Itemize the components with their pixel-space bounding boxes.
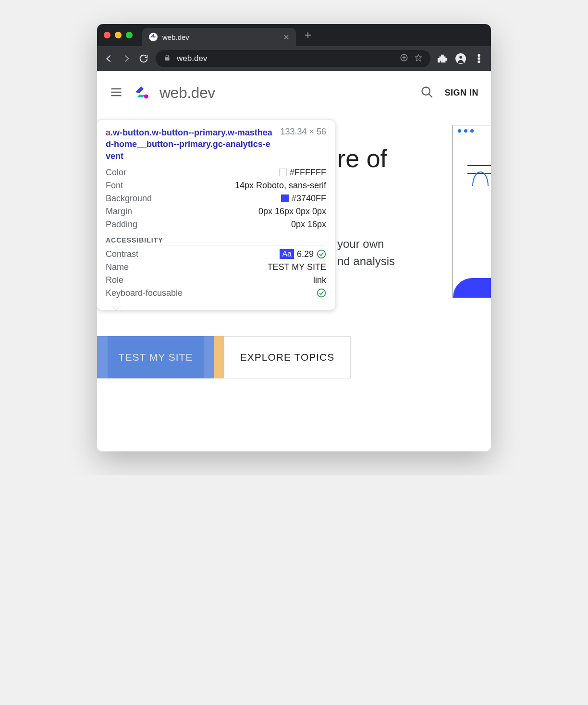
favicon-icon <box>149 33 158 41</box>
explore-topics-button[interactable]: EXPLORE TOPICS <box>224 336 351 378</box>
hero-illustration <box>453 125 491 298</box>
tooltip-role-value: link <box>313 275 326 285</box>
tooltip-font-label: Font <box>106 181 123 191</box>
tooltip-font-value: 14px Roboto, sans-serif <box>235 181 326 191</box>
logo-text: web.dev <box>159 84 215 102</box>
tooltip-padding-value: 0px 16px <box>291 219 326 230</box>
tooltip-contrast-value: 6.29 <box>297 249 314 259</box>
tooltip-dimensions: 133.34 × 56 <box>280 127 326 162</box>
tooltip-margin-label: Margin <box>106 207 132 217</box>
site-logo[interactable]: web.dev <box>134 82 215 104</box>
signin-button[interactable]: SIGN IN <box>444 88 478 98</box>
svg-point-5 <box>478 58 480 60</box>
inspected-button-overlay: TEST MY SITE <box>97 336 214 378</box>
forward-button[interactable] <box>121 53 132 64</box>
devtools-inspect-tooltip: a.w-button.w-button--primary.w-masthead-… <box>97 120 335 310</box>
tooltip-keyboard-label: Keyboard-focusable <box>106 288 183 298</box>
install-icon[interactable] <box>400 53 408 64</box>
primary-button-label: TEST MY SITE <box>119 352 193 363</box>
secondary-button-label: EXPLORE TOPICS <box>240 352 334 363</box>
tooltip-color-value: #FFFFFF <box>290 168 326 178</box>
reload-button[interactable] <box>138 53 149 64</box>
star-icon[interactable] <box>414 53 423 64</box>
check-icon <box>317 249 326 259</box>
close-window-button[interactable] <box>104 32 110 38</box>
tooltip-a11y-heading: ACCESSIBILITY <box>106 236 326 245</box>
search-button[interactable] <box>420 85 434 101</box>
new-tab-button[interactable]: + <box>305 28 311 42</box>
hero-sub-line1: your own <box>337 235 472 253</box>
logo-icon <box>134 82 154 104</box>
tooltip-name-label: Name <box>106 262 129 272</box>
site-header: web.dev SIGN IN <box>97 71 491 115</box>
svg-point-10 <box>318 289 326 297</box>
tooltip-padding-label: Padding <box>106 219 137 230</box>
svg-point-6 <box>478 61 480 63</box>
toolbar-right <box>437 53 484 64</box>
svg-point-3 <box>459 56 462 59</box>
address-bar[interactable]: web.dev <box>156 50 430 67</box>
url-text: web.dev <box>177 54 394 63</box>
lock-icon <box>163 54 171 63</box>
tooltip-bg-value: #3740FF <box>292 194 326 204</box>
svg-rect-0 <box>165 57 169 61</box>
page-content: re of your own nd analysis a.w-button.w-… <box>97 115 491 451</box>
check-icon <box>317 288 326 298</box>
tab-title: web.dev <box>162 33 279 41</box>
tooltip-role-label: Role <box>106 275 123 285</box>
svg-point-9 <box>318 250 326 258</box>
hero-text: re of your own nd analysis <box>337 144 472 270</box>
menu-icon[interactable] <box>474 53 484 64</box>
contrast-badge: Aa <box>280 249 294 259</box>
svg-point-7 <box>144 94 148 98</box>
hamburger-menu-button[interactable] <box>110 85 123 101</box>
tooltip-name-value: TEST MY SITE <box>268 262 326 272</box>
color-swatch-icon <box>279 169 287 176</box>
svg-point-4 <box>478 55 480 57</box>
cta-buttons: TEST MY SITE EXPLORE TOPICS <box>97 336 351 378</box>
test-my-site-button[interactable]: TEST MY SITE <box>97 336 214 378</box>
margin-overlay <box>214 336 224 378</box>
tooltip-classes: .w-button.w-button--primary.w-masthead-h… <box>106 128 272 161</box>
browser-tab[interactable]: web.dev × <box>142 28 296 46</box>
svg-point-8 <box>422 87 430 95</box>
close-tab-button[interactable]: × <box>283 32 289 43</box>
tooltip-bg-label: Background <box>106 194 152 204</box>
window-controls <box>104 32 133 38</box>
minimize-window-button[interactable] <box>115 32 122 38</box>
browser-toolbar: web.dev <box>97 46 491 71</box>
tooltip-tag: a <box>106 128 110 137</box>
tooltip-contrast-label: Contrast <box>106 249 138 259</box>
browser-window: web.dev × + web.dev <box>97 24 491 451</box>
titlebar: web.dev × + <box>97 24 491 46</box>
maximize-window-button[interactable] <box>126 32 133 38</box>
tooltip-color-label: Color <box>106 168 126 178</box>
tooltip-selector: a.w-button.w-button--primary.w-masthead-… <box>106 127 274 162</box>
hero-sub-line2: nd analysis <box>337 253 472 270</box>
hero-title-fragment: re of <box>337 144 472 173</box>
bg-swatch-icon <box>281 194 289 202</box>
profile-icon[interactable] <box>455 53 466 64</box>
extensions-icon[interactable] <box>437 53 448 64</box>
back-button[interactable] <box>104 53 114 64</box>
hero-subtitle: your own nd analysis <box>337 235 472 270</box>
tooltip-margin-value: 0px 16px 0px 0px <box>258 207 326 217</box>
